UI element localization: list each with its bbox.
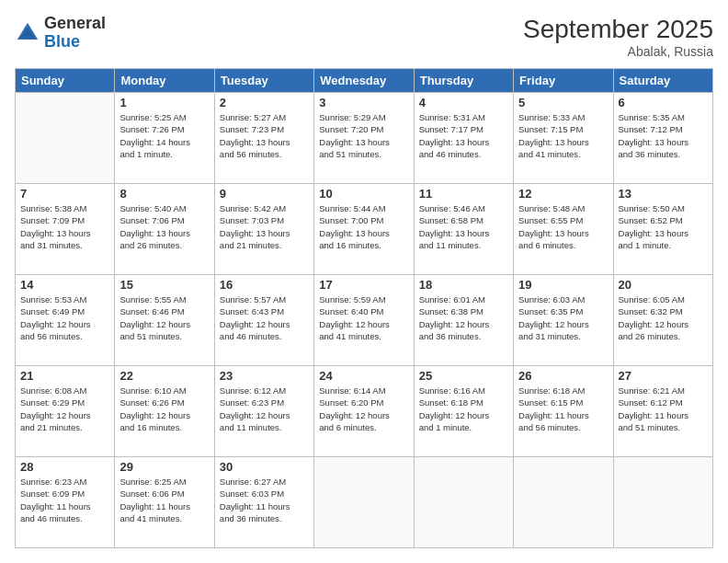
day-header-friday: Friday — [514, 69, 613, 93]
day-info: Sunrise: 5:59 AMSunset: 6:40 PMDaylight:… — [319, 293, 408, 342]
day-info: Sunrise: 6:21 AMSunset: 6:12 PMDaylight:… — [619, 385, 708, 433]
day-info: Sunrise: 5:53 AMSunset: 6:49 PMDaylight:… — [20, 293, 109, 342]
calendar-week-3: 21Sunrise: 6:08 AMSunset: 6:29 PMDayligh… — [16, 366, 713, 457]
logo: General Blue — [15, 15, 106, 52]
calendar-cell: 21Sunrise: 6:08 AMSunset: 6:29 PMDayligh… — [16, 366, 115, 457]
calendar-cell: 16Sunrise: 5:57 AMSunset: 6:43 PMDayligh… — [214, 275, 313, 366]
day-number: 25 — [419, 369, 508, 383]
calendar-cell: 9Sunrise: 5:42 AMSunset: 7:03 PMDaylight… — [214, 184, 313, 275]
calendar-cell: 13Sunrise: 5:50 AMSunset: 6:52 PMDayligh… — [613, 184, 712, 275]
day-info: Sunrise: 6:10 AMSunset: 6:26 PMDaylight:… — [119, 385, 209, 433]
page: General Blue September 2025 Abalak, Russ… — [0, 0, 728, 563]
day-header-saturday: Saturday — [613, 69, 712, 93]
calendar-cell: 25Sunrise: 6:16 AMSunset: 6:18 PMDayligh… — [414, 366, 513, 457]
day-info: Sunrise: 6:16 AMSunset: 6:18 PMDaylight:… — [419, 385, 508, 433]
calendar-cell — [16, 93, 115, 184]
day-number: 18 — [419, 278, 508, 292]
day-info: Sunrise: 5:33 AMSunset: 7:15 PMDaylight:… — [518, 111, 608, 160]
calendar-cell: 5Sunrise: 5:33 AMSunset: 7:15 PMDaylight… — [514, 93, 613, 184]
day-info: Sunrise: 5:35 AMSunset: 7:12 PMDaylight:… — [619, 111, 708, 160]
calendar-cell: 19Sunrise: 6:03 AMSunset: 6:35 PMDayligh… — [514, 275, 613, 366]
day-info: Sunrise: 5:31 AMSunset: 7:17 PMDaylight:… — [419, 111, 508, 160]
day-info: Sunrise: 5:46 AMSunset: 6:58 PMDaylight:… — [419, 202, 508, 251]
calendar-cell: 11Sunrise: 5:46 AMSunset: 6:58 PMDayligh… — [414, 184, 513, 275]
day-number: 2 — [220, 96, 309, 109]
calendar-cell: 6Sunrise: 5:35 AMSunset: 7:12 PMDaylight… — [613, 93, 712, 184]
day-number: 11 — [419, 187, 508, 201]
day-number: 7 — [20, 187, 109, 201]
day-info: Sunrise: 5:25 AMSunset: 7:26 PMDaylight:… — [119, 111, 209, 160]
day-info: Sunrise: 6:14 AMSunset: 6:20 PMDaylight:… — [319, 385, 408, 433]
day-info: Sunrise: 6:03 AMSunset: 6:35 PMDaylight:… — [518, 293, 608, 342]
day-number: 22 — [119, 369, 209, 383]
calendar-cell: 27Sunrise: 6:21 AMSunset: 6:12 PMDayligh… — [613, 366, 712, 457]
day-info: Sunrise: 6:01 AMSunset: 6:38 PMDaylight:… — [419, 293, 508, 342]
location: Abalak, Russia — [523, 44, 713, 59]
logo-blue-text: Blue — [44, 32, 80, 51]
calendar-cell — [613, 457, 712, 548]
calendar-cell: 24Sunrise: 6:14 AMSunset: 6:20 PMDayligh… — [314, 366, 414, 457]
day-header-thursday: Thursday — [414, 69, 513, 93]
day-number: 5 — [518, 96, 608, 109]
day-number: 14 — [20, 278, 109, 292]
day-number: 29 — [119, 460, 209, 474]
day-info: Sunrise: 6:08 AMSunset: 6:29 PMDaylight:… — [20, 385, 109, 433]
calendar-cell: 3Sunrise: 5:29 AMSunset: 7:20 PMDaylight… — [314, 93, 414, 184]
day-number: 21 — [20, 369, 109, 383]
calendar-table: SundayMondayTuesdayWednesdayThursdayFrid… — [15, 68, 713, 548]
calendar-cell: 12Sunrise: 5:48 AMSunset: 6:55 PMDayligh… — [514, 184, 613, 275]
day-number: 30 — [220, 460, 309, 474]
day-number: 12 — [518, 187, 608, 201]
day-header-tuesday: Tuesday — [214, 69, 313, 93]
day-number: 8 — [119, 187, 209, 201]
day-number: 9 — [220, 187, 309, 201]
calendar-cell: 14Sunrise: 5:53 AMSunset: 6:49 PMDayligh… — [16, 275, 115, 366]
calendar-cell: 22Sunrise: 6:10 AMSunset: 6:26 PMDayligh… — [115, 366, 214, 457]
day-info: Sunrise: 5:38 AMSunset: 7:09 PMDaylight:… — [20, 202, 109, 251]
day-header-sunday: Sunday — [16, 69, 115, 93]
calendar-cell: 29Sunrise: 6:25 AMSunset: 6:06 PMDayligh… — [115, 457, 214, 548]
calendar-cell: 7Sunrise: 5:38 AMSunset: 7:09 PMDaylight… — [16, 184, 115, 275]
day-number: 24 — [319, 369, 408, 383]
day-number: 15 — [119, 278, 209, 292]
calendar-cell — [514, 457, 613, 548]
calendar-cell: 17Sunrise: 5:59 AMSunset: 6:40 PMDayligh… — [314, 275, 414, 366]
day-header-wednesday: Wednesday — [314, 69, 414, 93]
day-info: Sunrise: 6:23 AMSunset: 6:09 PMDaylight:… — [20, 476, 109, 524]
calendar-cell: 8Sunrise: 5:40 AMSunset: 7:06 PMDaylight… — [115, 184, 214, 275]
day-number: 27 — [619, 369, 708, 383]
calendar-cell: 30Sunrise: 6:27 AMSunset: 6:03 PMDayligh… — [214, 457, 313, 548]
header: General Blue September 2025 Abalak, Russ… — [15, 15, 713, 59]
day-number: 16 — [220, 278, 309, 292]
day-number: 10 — [319, 187, 408, 201]
day-info: Sunrise: 6:05 AMSunset: 6:32 PMDaylight:… — [619, 293, 708, 342]
calendar-week-0: 1Sunrise: 5:25 AMSunset: 7:26 PMDaylight… — [16, 93, 713, 184]
day-info: Sunrise: 5:29 AMSunset: 7:20 PMDaylight:… — [319, 111, 408, 160]
day-header-monday: Monday — [115, 69, 214, 93]
day-number: 28 — [20, 460, 109, 474]
day-info: Sunrise: 5:48 AMSunset: 6:55 PMDaylight:… — [518, 202, 608, 251]
day-number: 1 — [119, 96, 209, 109]
logo-icon — [15, 20, 40, 46]
month-title: September 2025 — [523, 15, 713, 44]
day-number: 3 — [319, 96, 408, 109]
day-number: 26 — [518, 369, 608, 383]
title-area: September 2025 Abalak, Russia — [523, 15, 713, 59]
calendar-week-1: 7Sunrise: 5:38 AMSunset: 7:09 PMDaylight… — [16, 184, 713, 275]
calendar-week-2: 14Sunrise: 5:53 AMSunset: 6:49 PMDayligh… — [16, 275, 713, 366]
day-number: 19 — [518, 278, 608, 292]
day-info: Sunrise: 5:50 AMSunset: 6:52 PMDaylight:… — [619, 202, 708, 251]
calendar-cell: 10Sunrise: 5:44 AMSunset: 7:00 PMDayligh… — [314, 184, 414, 275]
day-number: 20 — [619, 278, 708, 292]
calendar-cell: 18Sunrise: 6:01 AMSunset: 6:38 PMDayligh… — [414, 275, 513, 366]
day-number: 4 — [419, 96, 508, 109]
calendar-cell: 2Sunrise: 5:27 AMSunset: 7:23 PMDaylight… — [214, 93, 313, 184]
calendar-cell — [414, 457, 513, 548]
logo-general-text: General — [44, 14, 106, 32]
calendar-week-4: 28Sunrise: 6:23 AMSunset: 6:09 PMDayligh… — [16, 457, 713, 548]
day-info: Sunrise: 6:12 AMSunset: 6:23 PMDaylight:… — [220, 385, 309, 433]
day-number: 13 — [619, 187, 708, 201]
day-number: 17 — [319, 278, 408, 292]
day-info: Sunrise: 6:18 AMSunset: 6:15 PMDaylight:… — [518, 385, 608, 433]
calendar-cell: 4Sunrise: 5:31 AMSunset: 7:17 PMDaylight… — [414, 93, 513, 184]
